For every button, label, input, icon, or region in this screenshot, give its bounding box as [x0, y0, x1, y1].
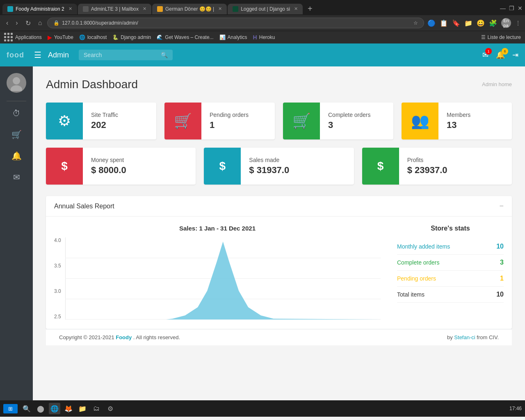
topbar-title: Admin: [48, 51, 69, 59]
history-icon[interactable]: 📁: [464, 19, 472, 27]
search-input[interactable]: [84, 52, 158, 58]
bookmark-applications[interactable]: Applications: [4, 33, 42, 42]
browser-tab-4[interactable]: Logged out | Django si ✕: [228, 4, 303, 14]
django-icon: 🐍: [112, 34, 119, 40]
tab-close-2[interactable]: ✕: [143, 6, 146, 11]
logout-button[interactable]: ⇥: [512, 50, 518, 59]
menu-toggle-button[interactable]: ☰: [34, 50, 41, 60]
reading-list-icon: ☰: [481, 34, 486, 40]
bookmark-analytics[interactable]: 📊 Analytics: [219, 34, 247, 40]
browser-tab-2[interactable]: AdminLTE 3 | Mailbox ✕: [78, 4, 151, 14]
user-avatar[interactable]: [7, 73, 26, 93]
desc-icon[interactable]: 📋: [440, 19, 448, 27]
address-text[interactable]: 127.0.0.1:8000/superadmin/admin/: [62, 20, 138, 26]
bookmark-heroku[interactable]: H Heroku: [253, 34, 275, 41]
tab-close-4[interactable]: ✕: [294, 6, 298, 11]
main-content: Admin Dashboard Admin home ⚙ Site Traffi…: [33, 66, 525, 400]
taskbar-extra-icon[interactable]: ⚙: [105, 403, 116, 414]
mail-button[interactable]: ✉ 1: [482, 50, 488, 59]
chart-wrapper: 4.0 3.5 3.0 2.5: [54, 237, 381, 321]
members-info: Members 13: [438, 105, 479, 137]
notifications-button[interactable]: 🔔 6: [496, 50, 505, 59]
bookmark-django[interactable]: 🐍 Django admin: [112, 34, 151, 40]
pending-orders-icon: 🛒: [164, 103, 201, 139]
extension-icon[interactable]: 🔵: [427, 19, 436, 27]
taskbar-firefox-icon[interactable]: 🦊: [63, 403, 74, 414]
page-header: Admin Dashboard Admin home: [46, 78, 512, 91]
home-button[interactable]: ⌂: [36, 18, 44, 27]
close-icon[interactable]: ✕: [518, 5, 523, 11]
bookmark-label-heroku: Heroku: [259, 34, 275, 40]
pending-orders-label: Pending orders: [210, 112, 249, 118]
stat-card-pending-orders[interactable]: 🛒 Pending orders 1: [164, 103, 275, 139]
taskbar-cortana-icon[interactable]: ⬤: [35, 403, 46, 414]
money-spent-value: $ 8000.0: [91, 165, 126, 176]
taskbar-explorer-icon[interactable]: 🗂: [91, 403, 102, 414]
bookmark-youtube[interactable]: ▶ YouTube: [48, 34, 73, 41]
dashboard-icon: ⏱: [12, 109, 21, 118]
bookmark-getwaves[interactable]: 🌊 Get Waves – Create...: [157, 34, 213, 40]
sidebar-item-notifications[interactable]: 🔔: [0, 145, 33, 167]
sidebar-item-messages[interactable]: ✉: [0, 167, 33, 188]
sidebar-item-orders[interactable]: 🛒: [0, 124, 33, 145]
y-label-35: 3.5: [54, 263, 61, 269]
collapse-button[interactable]: −: [499, 202, 504, 210]
stat-card-sales-made[interactable]: $ Sales made $ 31937.0: [204, 148, 354, 185]
sidebar-item-dashboard[interactable]: ⏱: [0, 103, 33, 124]
stat-card-members[interactable]: 👥 Members 13: [402, 103, 512, 139]
new-tab-button[interactable]: +: [304, 2, 317, 15]
topbar-search-box[interactable]: 🔍: [79, 50, 173, 60]
bookmark-reading-list[interactable]: ☰ Liste de lecture: [481, 34, 521, 40]
pending-orders-info: Pending orders 1: [201, 105, 257, 137]
minimize-icon[interactable]: —: [500, 5, 506, 11]
store-stat-monthly-items: Monthly added items 10: [397, 239, 504, 255]
browser-tab-active[interactable]: Foody Administraion 2 ✕: [2, 4, 77, 14]
store-stat-total-items: Total items 10: [397, 287, 504, 303]
money-spent-icon: $: [46, 148, 83, 185]
address-bar[interactable]: 🔒 127.0.0.1:8000/superadmin/admin/ ☆: [47, 18, 424, 28]
tab-title-4: Logged out | Django si: [241, 6, 290, 12]
taskbar-search-icon[interactable]: 🔍: [21, 403, 32, 414]
start-button[interactable]: ⊞: [3, 404, 18, 413]
mail-badge: 1: [485, 48, 492, 55]
stat-card-complete-orders[interactable]: 🛒 Complete orders 3: [283, 103, 393, 139]
restore-icon[interactable]: ❐: [509, 5, 514, 11]
y-label-3: 3.0: [54, 288, 61, 294]
user-profile-button[interactable]: Enpa: [501, 18, 511, 28]
stat-card-site-traffic[interactable]: ⚙ Site Traffic 202: [46, 103, 156, 139]
profits-label: Profits: [407, 157, 447, 163]
taskbar-chrome-icon[interactable]: 🌐: [49, 403, 60, 414]
search-icon[interactable]: 🔍: [161, 52, 168, 58]
stat-card-profits[interactable]: $ Profits $ 23937.0: [362, 148, 512, 185]
members-label: Members: [447, 112, 470, 118]
site-traffic-value: 202: [91, 120, 118, 130]
money-spent-label: Money spent: [91, 157, 126, 163]
sales-made-info: Sales made $ 31937.0: [241, 150, 297, 182]
pending-orders-stat-label: Pending orders: [397, 275, 436, 282]
back-button[interactable]: ‹: [4, 18, 10, 27]
taskbar: ⊞ 🔍 ⬤ 🌐 🦊 📁 🗂 ⚙ 17:46: [0, 400, 525, 417]
bookmark-icon[interactable]: 🔖: [452, 19, 460, 27]
tab-close-3[interactable]: ✕: [218, 6, 222, 11]
puzzle-icon[interactable]: 🧩: [489, 19, 497, 27]
taskbar-files-icon[interactable]: 📁: [77, 403, 88, 414]
browser-tabs: Foody Administraion 2 ✕ AdminLTE 3 | Mai…: [0, 0, 525, 15]
monthly-items-label: Monthly added items: [397, 243, 450, 250]
getwaves-icon: 🌊: [157, 34, 163, 40]
complete-orders-label: Complete orders: [328, 112, 371, 118]
bookmark-label-analytics: Analytics: [228, 34, 247, 40]
menu-icon[interactable]: ⋮: [515, 20, 521, 26]
bookmark-localhost[interactable]: 🌐 localhost: [79, 34, 107, 40]
star-icon[interactable]: ☆: [413, 20, 418, 26]
stat-card-money-spent[interactable]: $ Money spent $ 8000.0: [46, 148, 196, 185]
browser-nav-icons: 🔵 📋 🔖 📁 😀 🧩 Enpa ⋮: [427, 18, 521, 28]
bookmarks-bar: Applications ▶ YouTube 🌐 localhost 🐍 Dja…: [0, 31, 525, 43]
footer-left: Copyright © 2021-2021 Foody . All rights…: [59, 334, 180, 340]
admin-app: food ☰ Admin 🔍 ✉ 1 🔔 6 ⇥: [0, 43, 525, 400]
profits-icon: $: [362, 148, 399, 185]
browser-tab-3[interactable]: German Döner 😊😊 | ✕: [152, 4, 227, 14]
forward-button[interactable]: ›: [14, 18, 20, 27]
tab-close-1[interactable]: ✕: [68, 6, 72, 11]
emoji-icon[interactable]: 😀: [477, 19, 485, 27]
refresh-button[interactable]: ↻: [23, 18, 33, 28]
